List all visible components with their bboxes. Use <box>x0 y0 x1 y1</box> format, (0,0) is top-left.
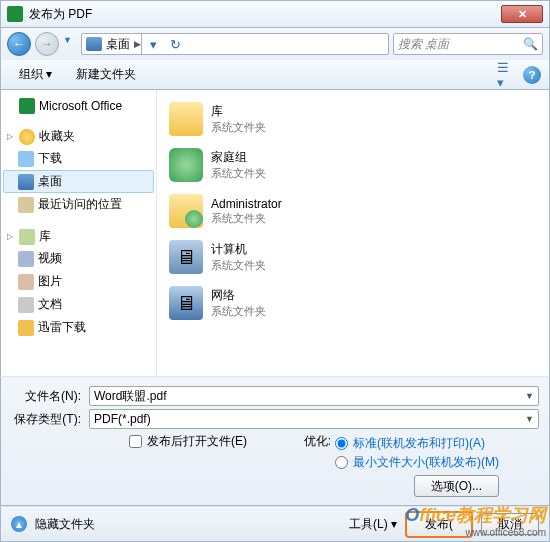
item-homegroup[interactable]: 家庭组 系统文件夹 <box>165 144 541 186</box>
nav-libraries[interactable]: ▷ 库 <box>3 226 154 247</box>
nav-favorites[interactable]: ▷ 收藏夹 <box>3 126 154 147</box>
filename-input[interactable]: Word联盟.pdf ▼ <box>89 386 539 406</box>
chevron-down-icon[interactable]: ▼ <box>525 414 534 424</box>
organize-button[interactable]: 组织 ▾ <box>9 63 62 86</box>
network-icon: 🖥 <box>169 286 203 320</box>
chevron-down-icon[interactable]: ▼ <box>525 391 534 401</box>
publish-button[interactable]: 发布( <box>405 511 473 538</box>
new-folder-button[interactable]: 新建文件夹 <box>66 63 146 86</box>
item-library[interactable]: 库 系统文件夹 <box>165 98 541 140</box>
save-options: 文件名(N): Word联盟.pdf ▼ 保存类型(T): PDF(*.pdf)… <box>0 376 550 506</box>
back-button[interactable]: ← <box>7 32 31 56</box>
view-button[interactable]: ☰ ▾ <box>497 65 519 85</box>
nav-documents[interactable]: 文档 <box>3 293 154 316</box>
filename-label: 文件名(N): <box>11 388 89 405</box>
item-administrator[interactable]: Administrator 系统文件夹 <box>165 190 541 232</box>
window-title: 发布为 PDF <box>29 6 501 23</box>
computer-icon: 🖥 <box>169 240 203 274</box>
forward-button[interactable]: → <box>35 32 59 56</box>
search-placeholder: 搜索 桌面 <box>398 36 449 53</box>
main-area: Microsoft Office ▷ 收藏夹 下载 桌面 最近访问的位置 ▷ 库 <box>0 90 550 376</box>
optimize-minimum-radio[interactable]: 最小文件大小(联机发布)(M) <box>335 454 539 471</box>
breadcrumb-location: 桌面 <box>106 36 130 53</box>
title-bar: 发布为 PDF ✕ <box>0 0 550 28</box>
app-icon <box>7 6 23 22</box>
nav-pictures[interactable]: 图片 <box>3 270 154 293</box>
help-button[interactable]: ? <box>523 66 541 84</box>
homegroup-icon <box>169 148 203 182</box>
nav-desktop[interactable]: 桌面 <box>3 170 154 193</box>
nav-recent[interactable]: 最近访问的位置 <box>3 193 154 216</box>
savetype-label: 保存类型(T): <box>11 411 89 428</box>
open-after-checkbox[interactable]: 发布后打开文件(E) <box>129 433 301 450</box>
nav-thunder[interactable]: 迅雷下载 <box>3 316 154 339</box>
folder-icon <box>169 102 203 136</box>
refresh-button[interactable]: ↻ <box>164 33 186 55</box>
options-button[interactable]: 选项(O)... <box>414 475 499 497</box>
optimize-standard-radio[interactable]: 标准(联机发布和打印)(A) <box>335 435 539 452</box>
item-network[interactable]: 🖥 网络 系统文件夹 <box>165 282 541 324</box>
tools-button[interactable]: 工具(L) ▾ <box>349 516 397 533</box>
item-computer[interactable]: 🖥 计算机 系统文件夹 <box>165 236 541 278</box>
toolbar: 组织 ▾ 新建文件夹 ☰ ▾ ? <box>0 60 550 90</box>
nav-pane: Microsoft Office ▷ 收藏夹 下载 桌面 最近访问的位置 ▷ 库 <box>1 90 157 376</box>
location-icon <box>86 37 102 51</box>
user-folder-icon <box>169 194 203 228</box>
content-pane: 库 系统文件夹 家庭组 系统文件夹 Administrator 系统文件夹 🖥 … <box>157 90 549 376</box>
nav-history-dropdown[interactable]: ▼ <box>63 35 77 53</box>
breadcrumb-dropdown[interactable]: ▾ <box>142 33 164 55</box>
nav-videos[interactable]: 视频 <box>3 247 154 270</box>
optimize-label: 优化: <box>301 433 335 450</box>
savetype-select[interactable]: PDF(*.pdf) ▼ <box>89 409 539 429</box>
breadcrumb[interactable]: 桌面 ▶ ▾ ↻ <box>81 33 389 55</box>
nav-ms-office[interactable]: Microsoft Office <box>3 96 154 116</box>
address-bar: ← → ▼ 桌面 ▶ ▾ ↻ 搜索 桌面 🔍 <box>0 28 550 60</box>
cancel-button[interactable]: 取消 <box>481 513 539 535</box>
collapse-icon[interactable]: ▲ <box>11 516 27 532</box>
search-icon: 🔍 <box>523 37 538 51</box>
action-bar: ▲ 隐藏文件夹 工具(L) ▾ 发布( 取消 <box>0 506 550 542</box>
close-button[interactable]: ✕ <box>501 5 543 23</box>
hide-folders-link[interactable]: 隐藏文件夹 <box>35 516 95 533</box>
search-input[interactable]: 搜索 桌面 🔍 <box>393 33 543 55</box>
chevron-right-icon[interactable]: ▶ <box>134 39 141 49</box>
nav-downloads[interactable]: 下载 <box>3 147 154 170</box>
